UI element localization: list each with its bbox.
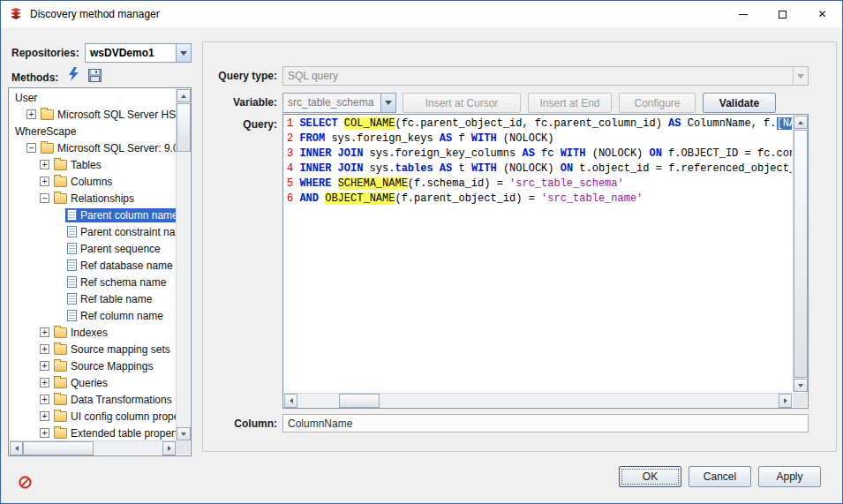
tree-item-label: Source Mappings bbox=[71, 360, 153, 372]
cancel-button[interactable]: Cancel bbox=[689, 466, 751, 487]
sql-editor-content[interactable]: 1 SELECT COL_NAME(fc.parent_object_id, f… bbox=[284, 116, 792, 392]
tree-item-body[interactable]: Relationships bbox=[52, 192, 136, 206]
tree-item-body[interactable]: Parent sequence bbox=[65, 242, 162, 256]
tree-vertical-scrollbar[interactable] bbox=[176, 89, 190, 440]
column-field[interactable] bbox=[282, 414, 809, 433]
tree-item-body[interactable]: Columns bbox=[52, 175, 114, 189]
tree-item[interactable]: −Relationships bbox=[10, 190, 176, 207]
query-type-dropdown-button[interactable] bbox=[793, 67, 808, 85]
tree-item-body[interactable]: Microsoft SQL Server: 9.0 - bbox=[39, 141, 176, 155]
configure-button[interactable]: Configure bbox=[619, 93, 696, 113]
tree-item-body[interactable]: Parent constraint name bbox=[65, 225, 176, 239]
close-icon: ✕ bbox=[817, 9, 826, 19]
apply-button[interactable]: Apply bbox=[758, 466, 821, 487]
tree-item[interactable]: +Microsoft SQL Server HS: 9.0 bbox=[10, 106, 176, 123]
tree-item-body[interactable]: Ref schema name bbox=[65, 275, 168, 290]
scroll-up-icon[interactable] bbox=[794, 116, 808, 129]
plus-expander-icon[interactable]: + bbox=[40, 395, 49, 404]
tree-item-body[interactable]: Tables bbox=[52, 158, 103, 172]
sql-segment-txt: sys.foreign_key_columns bbox=[363, 147, 522, 160]
tree-item-label: Microsoft SQL Server: 9.0 - bbox=[57, 142, 176, 154]
plus-expander-icon[interactable]: + bbox=[40, 411, 49, 421]
tree-item-body[interactable]: User bbox=[13, 91, 39, 105]
tree-item[interactable]: Ref table name bbox=[10, 290, 176, 307]
tree-item[interactable]: User bbox=[10, 89, 176, 106]
tree-item[interactable]: +Source Mappings bbox=[10, 357, 176, 374]
tree-item[interactable]: Parent constraint name bbox=[10, 223, 176, 240]
tree-item-body[interactable]: Ref database name bbox=[65, 259, 175, 273]
tree-item-body[interactable]: Data Transformations bbox=[52, 393, 174, 407]
repositories-combobox[interactable]: wsDVDemo1 bbox=[85, 43, 192, 63]
tree-item[interactable]: +Tables bbox=[10, 156, 176, 173]
tree-item-body[interactable]: Extended table properties bbox=[52, 426, 176, 440]
editor-horizontal-scrollbar[interactable] bbox=[284, 393, 792, 407]
repositories-dropdown-button[interactable] bbox=[176, 44, 191, 62]
minus-expander-icon[interactable]: − bbox=[26, 143, 36, 153]
tree-item-body[interactable]: Ref table name bbox=[65, 292, 154, 306]
plus-expander-icon[interactable]: + bbox=[40, 361, 49, 371]
scroll-up-icon[interactable] bbox=[177, 89, 191, 102]
tree-item-body[interactable]: Ref column name bbox=[65, 309, 165, 323]
close-button[interactable]: ✕ bbox=[802, 1, 842, 27]
validate-label: Validate bbox=[719, 97, 759, 109]
plus-expander-icon[interactable]: + bbox=[26, 109, 36, 119]
tree-item-body[interactable]: Indexes bbox=[52, 326, 109, 340]
lightning-icon[interactable] bbox=[68, 67, 79, 82]
plus-expander-icon[interactable]: + bbox=[40, 428, 49, 438]
plus-expander-icon[interactable]: + bbox=[40, 378, 49, 387]
insert-at-end-button[interactable]: Insert at End bbox=[528, 93, 612, 113]
editor-hscroll-thumb[interactable] bbox=[339, 394, 380, 408]
tree-item[interactable]: Ref column name bbox=[10, 307, 176, 324]
tree-item[interactable]: +Source mapping sets bbox=[10, 341, 176, 357]
tree-item[interactable]: +UI config column properties bbox=[10, 408, 176, 425]
method-tree[interactable]: User+Microsoft SQL Server HS: 9.0WhereSc… bbox=[8, 87, 192, 456]
tree-item-selected[interactable]: Parent column name bbox=[65, 208, 176, 222]
scroll-left-icon[interactable] bbox=[10, 441, 23, 455]
tree-item[interactable]: +Indexes bbox=[10, 324, 176, 341]
tree-vscroll-thumb[interactable] bbox=[177, 103, 191, 152]
sql-query-editor[interactable]: 1 SELECT COL_NAME(fc.parent_object_id, f… bbox=[282, 114, 809, 409]
tree-item-body[interactable]: UI config column properties bbox=[52, 410, 176, 424]
insert-at-cursor-button[interactable]: Insert at Cursor bbox=[403, 93, 521, 113]
tree-item-body[interactable]: Source Mappings bbox=[52, 359, 154, 373]
tree-item[interactable]: Parent column name bbox=[10, 207, 176, 223]
folder-icon bbox=[54, 361, 67, 372]
tree-item[interactable]: WhereScape bbox=[10, 123, 176, 139]
editor-vertical-scrollbar[interactable] bbox=[793, 116, 807, 392]
tree-item[interactable]: +Data Transformations bbox=[10, 391, 176, 408]
scroll-right-icon[interactable] bbox=[162, 441, 176, 455]
editor-vscroll-thumb[interactable] bbox=[794, 130, 808, 378]
tree-item-body[interactable]: Queries bbox=[52, 376, 109, 390]
tree-item-body[interactable]: Source mapping sets bbox=[52, 342, 172, 357]
plus-expander-icon[interactable]: + bbox=[40, 344, 49, 354]
tree-item[interactable]: Ref database name bbox=[10, 257, 176, 274]
variable-combobox[interactable]: src_table_schema bbox=[282, 93, 396, 113]
tree-item[interactable]: Parent sequence bbox=[10, 240, 176, 257]
minus-expander-icon[interactable]: − bbox=[40, 193, 49, 203]
scroll-down-icon[interactable] bbox=[794, 379, 808, 392]
tree-item[interactable]: −Microsoft SQL Server: 9.0 - bbox=[10, 139, 176, 156]
tree-item[interactable]: +Columns bbox=[10, 173, 176, 190]
ok-button[interactable]: OK bbox=[619, 466, 681, 487]
plus-expander-icon[interactable]: + bbox=[40, 177, 49, 186]
sql-segment-kw: WHERE bbox=[299, 177, 331, 190]
tree-item[interactable]: +Extended table properties bbox=[10, 425, 176, 440]
query-type-combobox[interactable]: SQL query bbox=[282, 66, 809, 86]
tree-item-body[interactable]: Microsoft SQL Server HS: 9.0 bbox=[39, 108, 176, 122]
variable-dropdown-button[interactable] bbox=[380, 94, 395, 112]
scroll-left-icon[interactable] bbox=[284, 394, 297, 408]
tree-item[interactable]: Ref schema name bbox=[10, 274, 176, 290]
maximize-button[interactable] bbox=[763, 1, 802, 27]
validate-button[interactable]: Validate bbox=[703, 93, 776, 113]
tree-item-body[interactable]: WhereScape bbox=[13, 124, 78, 139]
tree-item[interactable]: +Queries bbox=[10, 374, 176, 391]
tree-horizontal-scrollbar[interactable] bbox=[10, 440, 176, 455]
plus-expander-icon[interactable]: + bbox=[40, 160, 49, 169]
minimize-button[interactable] bbox=[723, 1, 763, 27]
save-disk-icon[interactable] bbox=[88, 69, 102, 82]
plus-expander-icon[interactable]: + bbox=[40, 327, 49, 337]
scroll-down-icon[interactable] bbox=[177, 427, 191, 440]
scroll-right-icon[interactable] bbox=[779, 394, 792, 408]
tree-hscroll-thumb[interactable] bbox=[23, 441, 94, 455]
insert-at-cursor-label: Insert at Cursor bbox=[425, 97, 499, 109]
